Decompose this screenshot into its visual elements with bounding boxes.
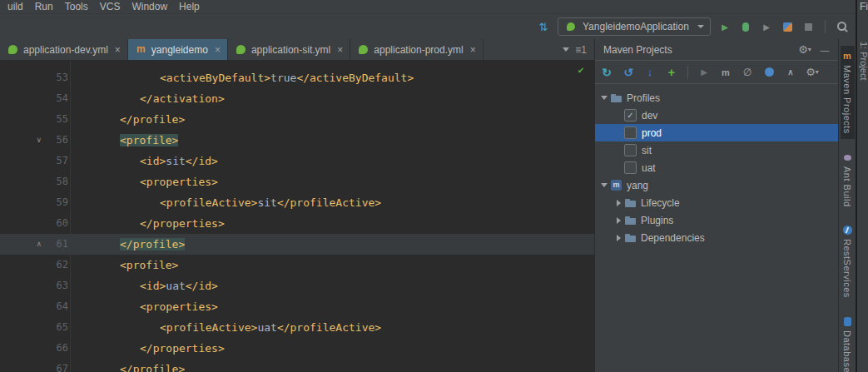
stripe-button-maven[interactable]: Maven Projects bbox=[841, 46, 855, 139]
run-configuration-select[interactable]: YangleidemoApplication bbox=[558, 17, 711, 36]
code-token: </profile> bbox=[120, 363, 185, 372]
search-everywhere-icon[interactable] bbox=[836, 20, 849, 33]
chevron-right-icon[interactable] bbox=[613, 194, 624, 211]
code-line[interactable]: 55</profile> bbox=[0, 109, 594, 130]
code-line[interactable]: 67</profile> bbox=[0, 359, 594, 372]
menu-item-tools[interactable]: Tools bbox=[59, 1, 94, 12]
hide-panel-icon[interactable] bbox=[818, 43, 831, 57]
stripe-button-rest[interactable]: RestServices bbox=[841, 220, 855, 303]
code-line[interactable]: 54</activation> bbox=[0, 88, 594, 109]
profile-checkbox[interactable] bbox=[624, 161, 637, 174]
toggle-offline-icon[interactable] bbox=[741, 66, 754, 79]
code-line[interactable]: 65<profileActive>uat</profileActive> bbox=[0, 317, 594, 338]
collapse-all-icon[interactable] bbox=[784, 66, 797, 79]
maven-icon bbox=[842, 51, 853, 62]
code-token: <profile> bbox=[120, 259, 178, 271]
tree-item-dependencies[interactable]: Dependencies bbox=[595, 229, 838, 246]
show-dependencies-icon[interactable] bbox=[762, 66, 776, 79]
chevron-down-icon[interactable] bbox=[598, 176, 610, 194]
line-number: 64 bbox=[45, 296, 68, 317]
code-token: sit bbox=[257, 196, 276, 209]
stripe-label: Maven Projects bbox=[842, 65, 852, 134]
tab-application-sit.yml[interactable]: application-sit.yml× bbox=[228, 39, 350, 60]
ant-icon bbox=[842, 152, 853, 163]
gutter-annotation bbox=[0, 317, 45, 338]
profile-checkbox[interactable] bbox=[624, 144, 637, 156]
folder-icon bbox=[610, 92, 623, 105]
tree-item-yang[interactable]: yang bbox=[595, 176, 838, 194]
menu-item-help[interactable]: Help bbox=[173, 1, 206, 12]
ide-window: uildRunToolsVCSWindowHelp YangleidemoApp… bbox=[0, 0, 856, 372]
stripe-button-database[interactable]: Database bbox=[841, 311, 855, 372]
code-line[interactable]: 53<activeByDefault>true</activeByDefault… bbox=[0, 67, 594, 88]
fold-marker[interactable]: ∧ bbox=[36, 234, 42, 255]
tree-item-dev[interactable]: dev bbox=[595, 107, 838, 124]
update-project-icon[interactable] bbox=[537, 20, 550, 33]
code-line[interactable]: 58<properties> bbox=[0, 171, 594, 192]
stripe-button-ant[interactable]: Ant Build bbox=[841, 147, 855, 212]
tree-item-sit[interactable]: sit bbox=[595, 141, 838, 159]
menu-item-run[interactable]: Run bbox=[29, 1, 59, 12]
tab-application-dev.yml[interactable]: application-dev.yml× bbox=[0, 39, 128, 60]
gear-dropdown-icon[interactable] bbox=[798, 43, 811, 57]
chevron-down-icon[interactable] bbox=[563, 47, 569, 52]
gutter-annotation bbox=[0, 255, 45, 275]
stop-icon[interactable] bbox=[801, 20, 815, 33]
download-sources-icon[interactable] bbox=[643, 66, 657, 79]
chevron-down-icon[interactable] bbox=[598, 89, 610, 107]
code-line[interactable]: 63<id>uat</id> bbox=[0, 275, 594, 296]
close-tab-icon[interactable]: × bbox=[337, 44, 343, 56]
code-line[interactable]: 60</properties> bbox=[0, 213, 594, 234]
line-number: 57 bbox=[45, 151, 68, 171]
generate-sources-icon[interactable] bbox=[622, 66, 635, 79]
code-line[interactable]: 64<properties> bbox=[0, 296, 594, 317]
other-window-menu[interactable]: Fil bbox=[857, 0, 868, 12]
tree-item-profiles[interactable]: Profiles bbox=[595, 89, 838, 107]
execute-maven-goal-icon[interactable] bbox=[719, 66, 732, 79]
run-configuration-label: YangleidemoApplication bbox=[583, 21, 692, 32]
close-tab-icon[interactable]: × bbox=[470, 44, 476, 56]
run-with-coverage-icon[interactable] bbox=[760, 20, 773, 33]
tree-item-plugins[interactable]: Plugins bbox=[595, 211, 838, 229]
code-token: </profileActive> bbox=[277, 196, 381, 209]
code-line[interactable]: ∧61</profile> bbox=[0, 234, 594, 255]
debug-icon[interactable] bbox=[739, 20, 752, 33]
profile-checkbox[interactable] bbox=[624, 126, 637, 139]
gutter-annotation bbox=[0, 359, 45, 372]
close-tab-icon[interactable]: × bbox=[215, 44, 221, 56]
inspections-ok-icon[interactable] bbox=[574, 63, 588, 77]
tab-application-prod.yml[interactable]: application-prod.yml× bbox=[350, 39, 483, 60]
code-line[interactable]: 66</properties> bbox=[0, 338, 594, 359]
code-token: <id> bbox=[140, 280, 166, 292]
chevron-right-icon[interactable] bbox=[613, 211, 624, 229]
chevron-right-icon[interactable] bbox=[613, 229, 624, 246]
menu-item-window[interactable]: Window bbox=[126, 1, 173, 12]
other-window-project-stripe[interactable]: 1: Project bbox=[859, 42, 868, 80]
reimport-all-icon[interactable] bbox=[600, 66, 613, 79]
expander-spacer bbox=[613, 159, 624, 176]
run-maven-build-icon[interactable] bbox=[697, 66, 711, 79]
editor[interactable]: 53<activeByDefault>true</activeByDefault… bbox=[0, 61, 594, 372]
code-text: <properties> bbox=[73, 171, 594, 192]
close-tab-icon[interactable]: × bbox=[115, 44, 121, 56]
menu-item-uild[interactable]: uild bbox=[2, 1, 29, 12]
menu-item-vcs[interactable]: VCS bbox=[94, 1, 126, 12]
maven-header-icons bbox=[798, 43, 831, 57]
code-line[interactable]: ∨56<profile> bbox=[0, 130, 594, 151]
code-line[interactable]: 57<id>sit</id> bbox=[0, 151, 594, 171]
maven-icon bbox=[135, 43, 147, 56]
code-line[interactable]: 59<profileActive>sit</profileActive> bbox=[0, 192, 594, 213]
tree-item-uat[interactable]: uat bbox=[595, 159, 838, 176]
tab-yangleidemo[interactable]: yangleidemo× bbox=[128, 39, 228, 60]
tree-item-lifecycle[interactable]: Lifecycle bbox=[595, 194, 838, 211]
profiler-icon[interactable] bbox=[781, 20, 794, 33]
chevron-down-icon bbox=[697, 25, 704, 28]
maven-settings-icon[interactable] bbox=[806, 66, 819, 79]
run-icon[interactable] bbox=[718, 20, 732, 33]
tabs-list-icon[interactable]: ≡1 bbox=[575, 44, 587, 56]
add-maven-project-icon[interactable] bbox=[665, 66, 678, 79]
code-line[interactable]: 62<profile> bbox=[0, 255, 594, 275]
profile-checkbox[interactable] bbox=[624, 109, 637, 122]
tree-item-prod[interactable]: prod bbox=[595, 124, 838, 141]
fold-marker[interactable]: ∨ bbox=[36, 130, 42, 151]
